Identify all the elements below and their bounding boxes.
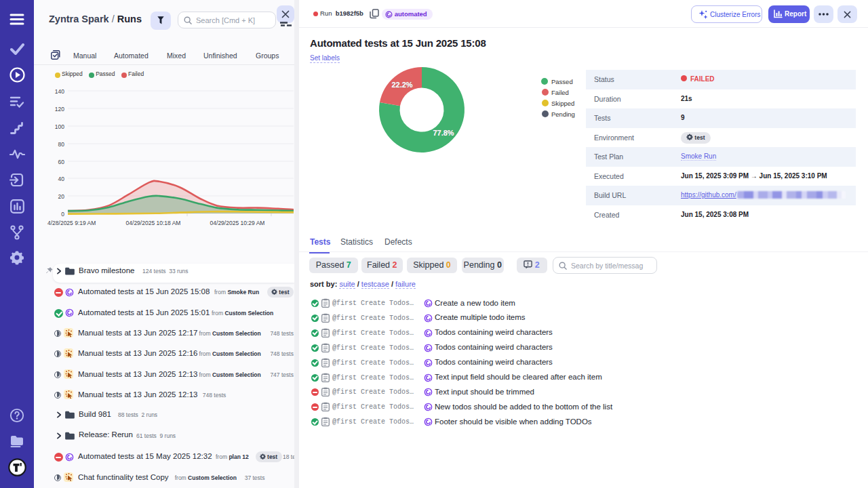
svg-text:04/29/2025 10:29 AM: 04/29/2025 10:29 AM: [210, 220, 265, 226]
svg-text:Skipped: Skipped: [551, 100, 574, 107]
svg-text:4/28/2025 9:19 AM: 4/28/2025 9:19 AM: [47, 220, 96, 226]
svg-text:100: 100: [55, 123, 64, 130]
svg-text:77.8%: 77.8%: [433, 129, 454, 137]
svg-text:40: 40: [58, 176, 65, 182]
svg-text:Failed: Failed: [551, 89, 569, 96]
svg-text:Pending: Pending: [551, 110, 575, 118]
svg-text:Passed: Passed: [551, 78, 573, 85]
svg-text:20: 20: [58, 193, 65, 200]
svg-text:60: 60: [58, 159, 65, 165]
svg-text:22.2%: 22.2%: [391, 81, 412, 89]
svg-text:140: 140: [55, 88, 64, 95]
svg-text:120: 120: [55, 106, 64, 113]
svg-text:0: 0: [61, 211, 64, 218]
svg-text:80: 80: [58, 141, 65, 148]
svg-text:04/29/2025 10:18 AM: 04/29/2025 10:18 AM: [126, 220, 181, 226]
